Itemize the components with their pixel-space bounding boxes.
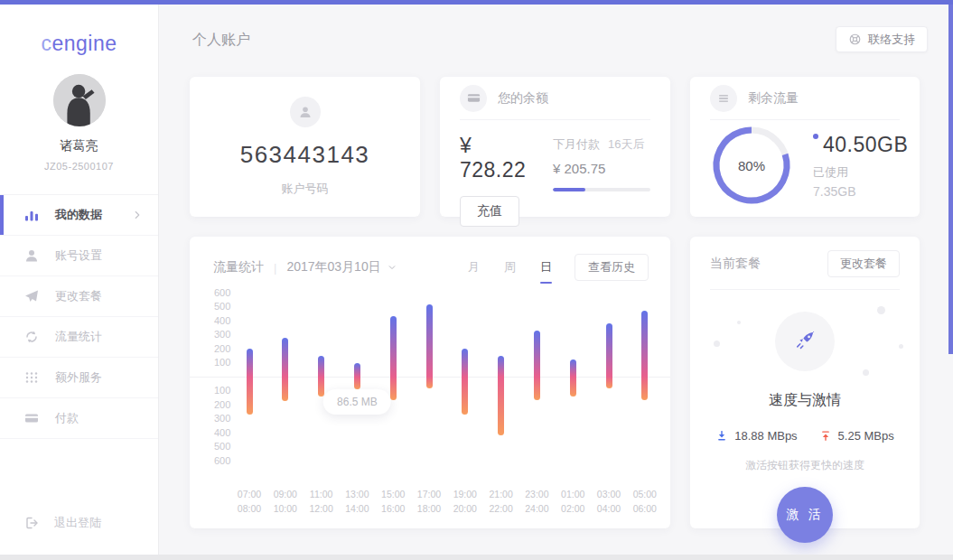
recharge-button[interactable]: 充值 — [460, 196, 519, 227]
plan-illustration — [690, 290, 920, 384]
lifebuoy-icon — [848, 33, 862, 46]
window-accent-top — [0, 0, 953, 5]
user-icon — [24, 248, 41, 263]
account-card: 563443143 账户号码 — [190, 77, 420, 217]
sidebar-item-traffic-stats[interactable]: 流量统计 — [0, 317, 158, 358]
balance-amount: ¥ 728.22 — [460, 134, 529, 182]
y-axis-tick: 200 — [214, 343, 238, 354]
download-icon — [715, 429, 728, 443]
rocket-icon — [793, 330, 817, 353]
account-number-caption: 账户号码 — [282, 181, 329, 197]
chart-bar[interactable] — [462, 349, 468, 415]
plan-name: 速度与激情 — [690, 391, 920, 410]
used-data-label: 已使用 — [813, 164, 908, 181]
sidebar: cengine 诸葛亮 JZ05-2500107 我的数据 账号设置 — [0, 5, 159, 555]
y-axis-tick: 100 — [214, 385, 238, 396]
activate-button[interactable]: 激 活 — [777, 487, 833, 543]
chart-bar[interactable] — [390, 316, 397, 400]
upload-speed: 5.25 MBps — [819, 429, 894, 443]
sidebar-item-label: 账号设置 — [55, 247, 102, 264]
donut-percent-label: 80% — [710, 124, 793, 207]
logout-button[interactable]: 退出登陆 — [24, 515, 101, 531]
sidebar-item-my-data[interactable]: 我的数据 — [0, 195, 158, 236]
sidebar-item-label: 我的数据 — [55, 207, 102, 223]
data-donut-chart: 80% — [710, 124, 793, 207]
sidebar-menu: 我的数据 账号设置 更改套餐 流量统计 额 — [0, 194, 158, 439]
chart-bar[interactable] — [534, 331, 540, 401]
chart-header: 流量统计 | 2017年03月10日 月 周 日 查看历史 — [190, 237, 670, 281]
chart-bar[interactable] — [641, 311, 648, 400]
user-avatar — [53, 74, 106, 126]
rocket-badge — [775, 312, 835, 371]
next-payment-label: 下月付款 — [553, 136, 600, 153]
logout-label: 退出登陆 — [54, 515, 101, 531]
current-plan-card: 当前套餐 更改套餐 速度与激情 18.88 MBps 5.25 MBps 激活 — [690, 237, 920, 528]
period-tabs: 月 周 日 — [468, 259, 552, 275]
decor-dot — [877, 306, 885, 314]
tab-month[interactable]: 月 — [468, 259, 480, 275]
data-card-title: 剩余流量 — [748, 90, 799, 107]
decor-dot — [714, 341, 720, 347]
plan-card-title: 当前套餐 — [710, 256, 761, 272]
y-axis-tick: 500 — [214, 301, 238, 312]
sidebar-item-extra-services[interactable]: 额外服务 — [0, 358, 158, 398]
window-accent-bottom — [0, 555, 953, 560]
chart-bar[interactable] — [498, 356, 504, 435]
person-photo-icon — [53, 74, 106, 126]
app-logo-text: engine — [51, 32, 117, 55]
chart-tooltip: 86.5 MB — [323, 389, 391, 415]
credit-card-icon — [24, 411, 41, 425]
upload-icon — [819, 429, 832, 443]
sidebar-item-payment[interactable]: 付款 — [0, 398, 158, 439]
y-axis-tick: 600 — [214, 455, 238, 466]
y-axis-tick: 200 — [214, 399, 238, 410]
change-plan-button[interactable]: 更改套餐 — [827, 250, 900, 277]
chart-bar[interactable] — [570, 359, 576, 396]
remaining-data-block: 40.50GB 已使用 7.35GB — [813, 133, 908, 199]
chart-bar[interactable] — [318, 356, 324, 397]
y-axis-tick: 300 — [214, 413, 238, 424]
balance-card-title: 您的余额 — [498, 90, 548, 107]
upload-speed-value: 5.25 MBps — [838, 429, 894, 443]
used-data-value: 7.35GB — [813, 184, 908, 199]
decor-dot — [737, 321, 741, 324]
activate-hint: 激活按钮获得更快的速度 — [690, 458, 920, 473]
app-logo[interactable]: cengine — [0, 32, 158, 56]
balance-left: ¥ 728.22 充值 — [460, 134, 529, 227]
logout-icon — [24, 516, 40, 530]
download-speed: 18.88 MBps — [715, 429, 797, 443]
app-logo-initial: c — [41, 32, 51, 55]
support-button[interactable]: 联络支持 — [836, 26, 928, 52]
y-axis-tick: 400 — [214, 315, 238, 326]
next-payment-block: 下月付款 16天后 ¥ 205.75 — [553, 134, 650, 227]
wallet-card-icon — [460, 85, 487, 112]
view-history-button[interactable]: 查看历史 — [575, 254, 649, 281]
bar-chart-icon — [24, 208, 41, 222]
download-speed-value: 18.88 MBps — [734, 429, 797, 443]
list-lines-icon — [710, 85, 737, 112]
chart-date: 2017年03月10日 — [286, 259, 380, 275]
sidebar-item-label: 流量统计 — [55, 329, 102, 345]
account-avatar-icon — [290, 97, 321, 127]
date-selector[interactable]: 2017年03月10日 — [286, 259, 396, 275]
support-label: 联络支持 — [868, 32, 915, 48]
plan-card-header: 当前套餐 更改套餐 — [710, 237, 900, 277]
y-axis-tick: 100 — [214, 357, 238, 368]
sidebar-item-change-plan[interactable]: 更改套餐 — [0, 276, 158, 317]
sidebar-item-label: 付款 — [55, 410, 79, 426]
sidebar-item-account-settings[interactable]: 账号设置 — [0, 236, 158, 276]
payment-progress-fill — [553, 188, 585, 191]
chart-bar[interactable] — [606, 323, 612, 388]
sidebar-item-label: 额外服务 — [55, 369, 102, 386]
tab-week[interactable]: 周 — [504, 259, 516, 275]
chart-bar[interactable] — [426, 304, 433, 388]
chart-bar[interactable] — [247, 349, 253, 415]
paper-plane-icon — [24, 289, 41, 303]
chart-title: 流量统计 — [213, 259, 264, 275]
chart-bar[interactable] — [354, 363, 360, 389]
chart-bar[interactable] — [282, 338, 288, 401]
tab-day[interactable]: 日 — [540, 259, 552, 275]
decor-dot — [899, 344, 903, 349]
y-axis-tick: 500 — [214, 441, 238, 452]
window-accent-right — [948, 0, 953, 354]
